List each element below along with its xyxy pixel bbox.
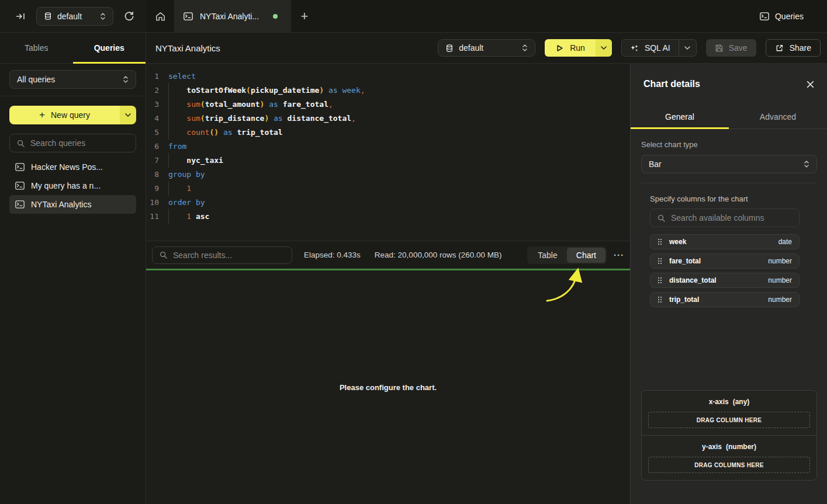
tab-advanced[interactable]: Advanced: [729, 105, 827, 128]
save-icon: [715, 44, 724, 53]
tabstrip: NYTaxi Analyti... +: [146, 0, 827, 32]
play-icon: [555, 44, 564, 53]
queries-shortcut-label: Queries: [775, 12, 804, 21]
code-line: 3 sum(total_amount) as fare_total,: [146, 97, 630, 111]
sql-ai-options-button[interactable]: [679, 40, 696, 56]
line-number: 2: [146, 86, 159, 95]
column-type: date: [778, 238, 792, 246]
chart-area: Please configure the chart.: [146, 270, 630, 504]
collapse-sidebar-icon: [15, 11, 26, 22]
tab-general[interactable]: General: [631, 105, 729, 128]
chevron-down-icon: [125, 113, 131, 117]
search-icon: [159, 251, 168, 259]
collapse-sidebar-button[interactable]: [13, 9, 28, 24]
save-button[interactable]: Save: [706, 39, 756, 57]
new-tab-button[interactable]: +: [291, 0, 318, 32]
run-database-selector[interactable]: default: [438, 39, 535, 57]
column-chip-distance_total[interactable]: distance_totalnumber: [650, 273, 800, 288]
y-axis-section: y-axis (number) DRAG COLUMNS HERE: [642, 435, 816, 480]
share-icon: [775, 44, 784, 53]
terminal-icon: [15, 182, 25, 190]
columns-search-input[interactable]: [671, 213, 793, 223]
sql-editor[interactable]: 1select2 toStartOfWeek(pickup_datetime) …: [146, 64, 630, 241]
drag-handle-icon[interactable]: [658, 258, 662, 265]
topbar: default NYTaxi Analyti..: [0, 0, 827, 33]
share-button[interactable]: Share: [766, 39, 821, 57]
sidebar-query-item[interactable]: Hacker News Pos...: [9, 158, 136, 176]
column-chip-week[interactable]: weekdate: [650, 234, 800, 249]
sql-ai-button[interactable]: SQL AI: [622, 40, 679, 56]
new-query-menu-button[interactable]: [120, 106, 136, 124]
panel-tabs: General Advanced: [631, 105, 827, 129]
y-axis-constraint: (number): [726, 443, 756, 451]
results-search-input[interactable]: [173, 251, 285, 260]
run-button[interactable]: Run: [545, 39, 596, 57]
close-panel-button[interactable]: [807, 81, 814, 88]
sql-ai-split-button: SQL AI: [621, 39, 697, 57]
divider: [0, 96, 146, 96]
query-item-label: My query has a n...: [31, 181, 101, 190]
column-chip-fare_total[interactable]: fare_totalnumber: [650, 253, 800, 269]
code-text: sum(total_amount) as fare_total,: [168, 100, 333, 109]
app-root: default NYTaxi Analyti..: [0, 0, 827, 504]
view-tab-table[interactable]: Table: [528, 248, 566, 263]
new-query-button[interactable]: + New query: [9, 106, 120, 124]
columns-section: Specify columns for the chart weekdatefa…: [650, 194, 800, 307]
y-axis-drop-zone[interactable]: DRAG COLUMNS HERE: [648, 457, 810, 473]
code-line: 9 1: [146, 181, 630, 195]
tab-queries[interactable]: Queries: [73, 33, 146, 63]
query-tab-title: NYTaxi Analyti...: [200, 12, 259, 21]
query-tab[interactable]: NYTaxi Analyti...: [174, 0, 291, 32]
read-stat: Read: 20,000,000 rows (260.00 MB): [375, 251, 502, 259]
ellipsis-icon: ···: [614, 250, 624, 260]
query-filter-select[interactable]: All queries: [9, 70, 136, 89]
code-line: 8group by: [146, 167, 630, 181]
more-options-button[interactable]: ···: [614, 250, 624, 260]
code-text: toStartOfWeek(pickup_datetime) as week,: [168, 86, 365, 95]
sidebar-query-item[interactable]: NYTaxi Analytics: [9, 195, 136, 214]
chart-type-select[interactable]: Bar: [641, 155, 817, 173]
refresh-button[interactable]: [122, 9, 137, 24]
updown-chevron-icon: [804, 160, 809, 168]
x-axis-drop-zone[interactable]: DRAG COLUMN HERE: [648, 412, 810, 428]
view-toggle: TableChart: [527, 246, 607, 264]
columns-search-box: [650, 208, 800, 227]
code-text: from: [168, 142, 186, 151]
y-axis-label-row: y-axis (number): [702, 443, 756, 451]
search-icon: [657, 214, 666, 223]
line-number: 11: [146, 212, 159, 221]
tab-tables[interactable]: Tables: [0, 33, 73, 63]
query-search-input[interactable]: [30, 138, 129, 148]
elapsed-stat: Elapsed: 0.433s: [304, 251, 361, 259]
updown-chevron-icon: [522, 44, 528, 52]
line-number: 9: [146, 184, 159, 193]
panel-title: Chart details: [643, 79, 700, 89]
home-button[interactable]: [146, 0, 174, 32]
panel-header: Chart details: [631, 64, 827, 105]
line-number: 3: [146, 100, 159, 109]
plus-icon: +: [39, 109, 45, 121]
drag-handle-icon[interactable]: [658, 296, 662, 303]
database-selector[interactable]: default: [36, 7, 113, 26]
view-tab-chart[interactable]: Chart: [567, 248, 605, 263]
line-number: 8: [146, 170, 159, 179]
new-query-split-button: + New query: [9, 106, 136, 124]
queries-shortcut-button[interactable]: Queries: [760, 0, 804, 33]
y-axis-label: y-axis: [702, 443, 722, 451]
run-options-button[interactable]: [596, 39, 612, 57]
drag-handle-icon[interactable]: [658, 238, 662, 245]
axis-config-box: x-axis (any) DRAG COLUMN HERE y-axis (nu…: [641, 390, 817, 481]
sparkles-icon: [630, 44, 639, 53]
query-item-label: NYTaxi Analytics: [31, 200, 91, 209]
toolbar: default Run: [438, 39, 821, 57]
run-label: Run: [570, 43, 585, 53]
sidebar-query-item[interactable]: My query has a n...: [9, 176, 136, 195]
code-line: 6from: [146, 139, 630, 153]
refresh-icon: [124, 11, 134, 22]
code-text: 1: [168, 184, 191, 193]
updown-chevron-icon: [100, 12, 106, 20]
terminal-icon: [15, 163, 25, 171]
drag-handle-icon[interactable]: [658, 277, 662, 284]
column-chip-trip_total[interactable]: trip_totalnumber: [650, 292, 800, 307]
code-text: 1 asc: [168, 212, 209, 221]
